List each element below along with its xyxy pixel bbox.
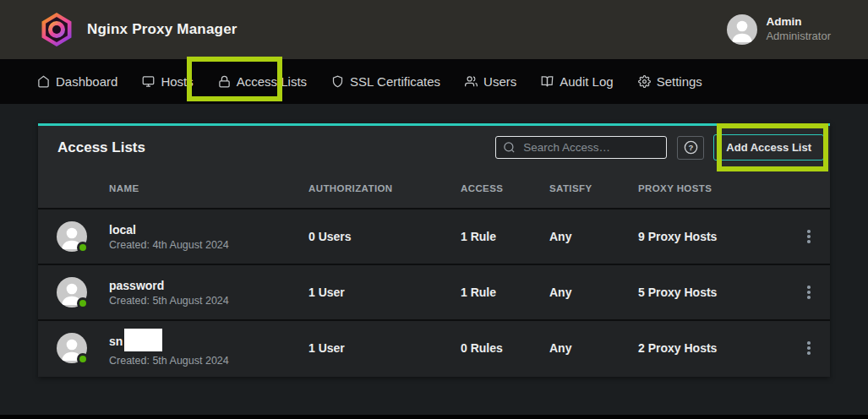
column-header-access: ACCESS <box>461 183 549 193</box>
user-name: Admin <box>766 15 831 30</box>
created-date: Created: 5th August 2024 <box>109 355 308 367</box>
access-list-name: local <box>109 222 136 237</box>
nginx-proxy-manager-logo-icon[interactable] <box>41 13 73 46</box>
logo-inner-hexagon <box>45 17 68 42</box>
shield-icon <box>331 75 344 88</box>
lock-icon <box>218 75 231 88</box>
proxy-hosts-cell: 5 Proxy Hosts <box>638 286 788 299</box>
created-date: Created: 5th August 2024 <box>109 295 308 307</box>
proxy-hosts-cell: 2 Proxy Hosts <box>638 341 788 355</box>
row-avatar <box>57 221 87 252</box>
logo-ring <box>48 21 65 38</box>
authorization-cell: 1 User <box>308 341 461 355</box>
help-button[interactable]: ? <box>677 136 704 160</box>
access-list-name: password <box>109 278 164 293</box>
column-header-satisfy: SATISFY <box>549 183 638 193</box>
nav-label: SSL Certificates <box>350 74 440 89</box>
app-window: Nginx Proxy Manager Admin Administrator … <box>0 0 868 419</box>
row-actions-kebab-icon[interactable] <box>804 282 814 302</box>
table-row: local Created: 4th August 2024 0 Users 1… <box>38 208 830 264</box>
status-online-dot <box>77 242 89 253</box>
column-header-proxy-hosts: PROXY HOSTS <box>638 183 788 193</box>
redaction-box <box>124 329 162 351</box>
panel-title: Access Lists <box>57 139 145 156</box>
nav-label: Access Lists <box>237 74 307 89</box>
nav-item-settings[interactable]: Settings <box>636 71 704 92</box>
nav-item-audit-log[interactable]: Audit Log <box>539 71 614 92</box>
search-box <box>495 136 667 159</box>
status-online-dot <box>77 353 89 365</box>
home-icon <box>37 75 50 88</box>
add-access-list-button[interactable]: Add Access List <box>713 134 824 161</box>
row-avatar <box>57 333 87 363</box>
satisfy-cell: Any <box>549 230 638 243</box>
row-actions-kebab-icon[interactable] <box>804 338 814 358</box>
user-avatar <box>727 14 757 45</box>
nav-label: Dashboard <box>56 74 117 89</box>
satisfy-cell: Any <box>549 341 638 355</box>
user-role: Administrator <box>766 30 831 43</box>
table-row: sn Created: 5th August 2024 1 User 0 Rul… <box>38 319 830 375</box>
access-list-name: sn <box>109 334 123 349</box>
app-title: Nginx Proxy Manager <box>87 21 237 38</box>
person-icon <box>727 14 757 45</box>
nav-item-dashboard[interactable]: Dashboard <box>35 71 119 92</box>
content-area: Access Lists ? Add Access List NAME AU <box>0 104 868 419</box>
logo-core <box>52 25 61 34</box>
svg-text:?: ? <box>688 143 693 152</box>
name-cell: sn Created: 5th August 2024 <box>109 330 308 367</box>
monitor-icon <box>142 75 155 88</box>
access-cell: 1 Rule <box>461 286 549 299</box>
nav-label: Hosts <box>161 74 193 89</box>
column-header-name: NAME <box>109 183 308 193</box>
table-row: password Created: 5th August 2024 1 User… <box>38 264 830 319</box>
bottom-edge-strip <box>0 415 868 419</box>
nav-item-access-lists[interactable]: Access Lists <box>216 71 308 92</box>
access-lists-panel: Access Lists ? Add Access List NAME AU <box>38 123 830 377</box>
gear-icon <box>638 75 651 88</box>
main-nav: Dashboard Hosts Access Lists SSL Certifi… <box>0 59 868 104</box>
access-cell: 0 Rules <box>461 341 549 355</box>
user-menu[interactable]: Admin Administrator <box>727 14 831 45</box>
column-header-authorization: AUTHORIZATION <box>308 183 461 193</box>
row-avatar <box>57 277 87 307</box>
help-circle-icon: ? <box>683 139 699 155</box>
search-icon <box>503 141 516 154</box>
satisfy-cell: Any <box>549 286 638 299</box>
created-date: Created: 4th August 2024 <box>109 239 308 251</box>
access-cell: 1 Rule <box>461 230 549 243</box>
table-header: NAME AUTHORIZATION ACCESS SATISFY PROXY … <box>38 169 830 208</box>
nav-item-hosts[interactable]: Hosts <box>140 71 194 92</box>
nav-item-users[interactable]: Users <box>463 71 518 92</box>
authorization-cell: 0 Users <box>308 230 461 243</box>
nav-label: Audit Log <box>560 74 613 89</box>
proxy-hosts-cell: 9 Proxy Hosts <box>638 230 788 243</box>
top-bar: Nginx Proxy Manager Admin Administrator <box>0 0 868 59</box>
search-input[interactable] <box>495 136 667 159</box>
name-cell: local Created: 4th August 2024 <box>109 222 308 251</box>
user-meta: Admin Administrator <box>766 15 831 43</box>
status-online-dot <box>77 297 89 309</box>
nav-label: Users <box>483 74 516 89</box>
nav-item-ssl-certificates[interactable]: SSL Certificates <box>330 71 442 92</box>
authorization-cell: 1 User <box>308 286 461 299</box>
book-icon <box>541 75 554 88</box>
row-actions-kebab-icon[interactable] <box>804 226 814 247</box>
panel-header: Access Lists ? Add Access List <box>38 126 830 169</box>
users-icon <box>465 75 478 88</box>
nav-label: Settings <box>657 74 702 89</box>
name-cell: password Created: 5th August 2024 <box>109 278 308 307</box>
